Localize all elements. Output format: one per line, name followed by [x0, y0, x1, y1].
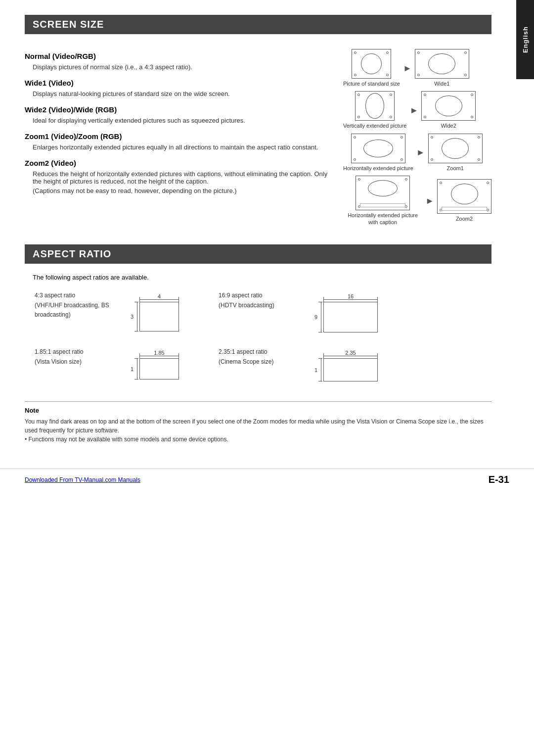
subsection-zoom2: Zoom2 (Video) Reduces the height of hori…	[25, 159, 333, 194]
diagram-box-wide2	[421, 91, 476, 121]
aspect-label1-169: 16:9 aspect ratio	[219, 291, 303, 300]
corner-dot-bl3	[357, 116, 360, 118]
hdim-label-235: 2.35	[345, 350, 356, 356]
diagram-row-2: Vertically extended picture ► Wide2	[343, 91, 491, 129]
corner-dot-tr5	[400, 136, 403, 139]
aspect-text-185: 1.85:1 aspect ratio (Vista Vision size)	[35, 347, 119, 366]
aspect-text-235: 2.35:1 aspect ratio (Cinema Scope size)	[219, 347, 303, 366]
arrow-right-2: ►	[409, 106, 418, 115]
circle-wide2	[435, 95, 462, 116]
diagram-box-standard	[352, 49, 391, 79]
note-section: Note You may find dark areas on top and …	[25, 401, 491, 444]
subsection-text-zoom1: Enlarges horizontally extended pictures …	[33, 143, 333, 151]
corner-dot-tr3	[390, 94, 392, 96]
aspect-drawing-235: 2.35 1	[312, 347, 378, 381]
aspect-block-235: 2.35:1 aspect ratio (Cinema Scope size) …	[219, 347, 378, 381]
screen-diagrams-col: Picture of standard size ► Wide1	[343, 44, 491, 230]
corner-dot-tl8	[440, 182, 442, 184]
diagram-label-horiz: Horizontally extended picture	[343, 165, 413, 172]
aspect-label1-235: 2.35:1 aspect ratio	[219, 347, 303, 357]
corner-dot-br4	[471, 116, 473, 118]
corner-dot-br2	[464, 74, 467, 76]
hdim-169: 16	[323, 293, 378, 300]
subsection-title-zoom1: Zoom1 (Video)/Zoom (RGB)	[25, 132, 333, 141]
caption-bar	[360, 203, 405, 207]
corner-dot-tr	[386, 51, 389, 54]
corner-dot-tl5	[354, 136, 356, 139]
footer-link[interactable]: Downloaded From TV-Manual.com Manuals	[25, 476, 140, 483]
vdim-185: 1	[131, 358, 138, 379]
subsection-wide2: Wide2 (Video)/Wide (RGB) Ideal for displ…	[25, 105, 333, 124]
corner-dot-tr8	[487, 182, 489, 184]
subsection-zoom1: Zoom1 (Video)/Zoom (RGB) Enlarges horizo…	[25, 132, 333, 151]
corner-dot-bl4	[424, 116, 426, 118]
aspect-drawing-185: 1.85 1	[129, 347, 179, 379]
aspect-label2-169: (HDTV broadcasting)	[219, 301, 303, 310]
vdim-label-235: 1	[314, 367, 317, 373]
rect-43	[139, 302, 179, 331]
corner-dot-bl5	[354, 158, 356, 161]
corner-dot-br	[386, 74, 389, 76]
aspect-diagrams-row: 4:3 aspect ratio (VHF/UHF broadcasting, …	[25, 291, 491, 332]
hdim-label-43: 4	[158, 293, 161, 299]
vdim-43: 3	[131, 302, 138, 331]
aspect-label1-185: 1.85:1 aspect ratio	[35, 347, 119, 357]
note-title: Note	[25, 407, 491, 414]
subsection-text-wide1: Displays natural-looking pictures of sta…	[33, 90, 333, 97]
diagram-box-zoom1	[428, 134, 483, 163]
diagram-box-zoom2	[437, 179, 491, 214]
aspect-block-43: 4:3 aspect ratio (VHF/UHF broadcasting, …	[35, 291, 179, 332]
corner-dot-bl6	[431, 158, 433, 161]
aspect-label2-235: (Cinema Scope size)	[219, 357, 303, 367]
diagram-label-wide1: Wide1	[434, 80, 449, 87]
rect-185	[139, 358, 179, 379]
vdim-169: 9	[314, 302, 322, 332]
diagram-label-standard: Picture of standard size	[343, 80, 400, 87]
diagram-box-horiz-caption	[356, 176, 410, 210]
aspect-block-185: 1.85:1 aspect ratio (Vista Vision size) …	[35, 347, 179, 381]
subsection-text-normal: Displays pictures of normal size (i.e., …	[33, 63, 333, 71]
note-text2: • Functions may not be available with so…	[25, 435, 491, 444]
vdim-label-43: 3	[131, 314, 134, 320]
rect-169	[323, 302, 378, 332]
language-tab: English	[516, 0, 534, 79]
diagram-unit-output-4: Zoom2	[437, 179, 491, 222]
aspect-block-169: 16:9 aspect ratio (HDTV broadcasting) 16	[219, 291, 378, 332]
circle-vertical	[365, 93, 384, 119]
hdim-235: 2.35	[323, 350, 378, 357]
diagram-unit-output-2: Wide2	[421, 91, 476, 129]
subsection-title-wide2: Wide2 (Video)/Wide (RGB)	[25, 105, 333, 114]
diagram-unit-input-3: Horizontally extended picture	[343, 134, 413, 172]
diagram-unit-output-1: Wide1	[415, 49, 469, 87]
hdim-43: 4	[139, 293, 179, 300]
caption-bar-zoom2	[442, 207, 487, 211]
diagram-label-vertical: Vertically extended picture	[343, 122, 406, 129]
circle-horiz-caption	[368, 180, 398, 196]
aspect-text-169: 16:9 aspect ratio (HDTV broadcasting)	[219, 291, 303, 310]
main-content: SCREEN SIZE Normal (Video/RGB) Displays …	[0, 0, 516, 459]
screen-size-header: SCREEN SIZE	[25, 15, 491, 34]
corner-dot-tl	[354, 51, 356, 54]
aspect-label1-43: 4:3 aspect ratio	[35, 291, 119, 300]
hdim-label-169: 16	[348, 293, 354, 299]
corner-dot-br3	[390, 116, 392, 118]
screen-content-row: Normal (Video/RGB) Displays pictures of …	[25, 44, 491, 230]
diagram-row-1: Picture of standard size ► Wide1	[343, 49, 491, 87]
arrow-right-4: ►	[425, 196, 434, 205]
footer: Downloaded From TV-Manual.com Manuals E-…	[0, 469, 534, 490]
diagram-label-zoom1: Zoom1	[447, 165, 464, 172]
vdim-label-169: 9	[314, 314, 317, 320]
corner-dot-tr7	[405, 178, 407, 181]
circle-zoom1	[442, 138, 469, 159]
subsection-text-zoom2b: (Captions may not be easy to read, howev…	[33, 187, 333, 194]
aspect-drawing-43: 4 3	[129, 291, 179, 331]
diagram-box-horiz	[351, 134, 405, 163]
aspect-label2-185: (Vista Vision size)	[35, 357, 119, 367]
screen-size-section: SCREEN SIZE Normal (Video/RGB) Displays …	[25, 15, 491, 230]
circle-horiz	[363, 140, 393, 157]
circle-zoom2	[451, 184, 478, 204]
hdim-label-185: 1.85	[154, 350, 164, 356]
arrow-right-1: ►	[403, 64, 412, 73]
diagram-box-wide1	[415, 49, 469, 79]
subsection-wide1: Wide1 (Video) Displays natural-looking p…	[25, 79, 333, 97]
